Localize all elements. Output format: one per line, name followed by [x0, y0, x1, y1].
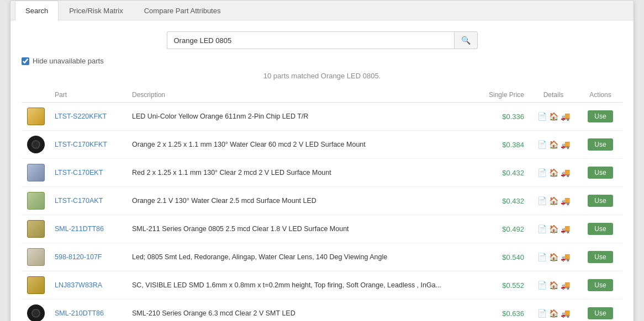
house-icon[interactable]: 🏠 [549, 253, 558, 261]
part-description: SML-210 Series Orange 6.3 mcd Clear 2 V … [128, 299, 473, 322]
hide-unavailable-checkbox[interactable] [22, 57, 29, 65]
truck-icon[interactable]: 🚚 [561, 196, 570, 205]
part-details: 📄 🏠 🚚 [529, 187, 578, 215]
truck-icon[interactable]: 🚚 [561, 309, 570, 318]
part-details: 📄 🏠 🚚 [529, 131, 578, 159]
use-button[interactable]: Use [588, 307, 613, 319]
part-actions: Use [578, 103, 622, 131]
part-price: $0.336 [473, 103, 529, 131]
col-header-details: Details [529, 88, 578, 103]
use-button[interactable]: Use [588, 167, 613, 179]
use-button[interactable]: Use [588, 195, 613, 207]
part-description: Orange 2 x 1.25 x 1.1 mm 130° Water Clea… [128, 131, 473, 159]
part-number: LTST-S220KFKT [50, 103, 128, 131]
part-thumbnail [22, 243, 50, 271]
part-actions: Use [578, 299, 622, 322]
truck-icon[interactable]: 🚚 [561, 168, 570, 177]
part-price: $0.636 [473, 299, 529, 322]
part-thumbnail [22, 271, 50, 299]
part-details: 📄 🏠 🚚 [529, 159, 578, 187]
part-link[interactable]: LTST-C170KFKT [55, 141, 107, 148]
house-icon[interactable]: 🏠 [549, 196, 558, 205]
part-details: 📄 🏠 🚚 [529, 215, 578, 243]
table-row: SML-211DTT86 SML-211 Series Orange 0805 … [22, 215, 622, 243]
house-icon[interactable]: 🏠 [549, 112, 558, 121]
table-row: 598-8120-107F Led; 0805 Smt Led, Redoran… [22, 243, 622, 271]
part-actions: Use [578, 215, 622, 243]
part-thumbnail [22, 215, 50, 243]
part-link[interactable]: LTST-C170AKT [55, 197, 103, 205]
document-icon[interactable]: 📄 [537, 140, 547, 149]
use-button[interactable]: Use [588, 110, 613, 122]
part-description: LED Uni-Color Yellow Orange 611nm 2-Pin … [128, 103, 473, 131]
truck-icon[interactable]: 🚚 [561, 253, 570, 261]
detail-icons: 📄 🏠 🚚 [533, 168, 574, 177]
table-row: LTST-C170EKT Red 2 x 1.25 x 1.1 mm 130° … [22, 159, 622, 187]
part-number: 598-8120-107F [50, 243, 128, 271]
part-details: 📄 🏠 🚚 [529, 243, 578, 271]
tab-search[interactable]: Search [15, 1, 59, 20]
truck-icon[interactable]: 🚚 [561, 281, 570, 290]
document-icon[interactable]: 📄 [537, 196, 547, 205]
document-icon[interactable]: 📄 [537, 224, 547, 233]
part-price: $0.492 [473, 215, 529, 243]
part-details: 📄 🏠 🚚 [529, 299, 578, 322]
detail-icons: 📄 🏠 🚚 [533, 253, 574, 261]
house-icon[interactable]: 🏠 [549, 309, 558, 318]
part-description: Red 2 x 1.25 x 1.1 mm 130° Clear 2 mcd 2… [128, 159, 473, 187]
col-header-price: Single Price [473, 88, 529, 103]
use-button[interactable]: Use [588, 251, 613, 263]
part-number: SML-211DTT86 [50, 215, 128, 243]
main-window: Search Price/Risk Matrix Compare Part At… [10, 0, 634, 321]
part-description: Led; 0805 Smt Led, Redorange, Alingap, W… [128, 243, 473, 271]
part-number: SML-210DTT86 [50, 299, 128, 322]
table-row: LTST-S220KFKT LED Uni-Color Yellow Orang… [22, 103, 622, 131]
document-icon[interactable]: 📄 [537, 281, 547, 290]
tab-price-risk[interactable]: Price/Risk Matrix [59, 1, 134, 20]
part-link[interactable]: SML-211DTT86 [55, 225, 104, 233]
part-link[interactable]: LTST-C170EKT [55, 169, 103, 176]
part-actions: Use [578, 243, 622, 271]
part-price: $0.384 [473, 131, 529, 159]
table-row: LTST-C170AKT Orange 2.1 V 130° Water Cle… [22, 187, 622, 215]
use-button[interactable]: Use [588, 223, 613, 235]
search-button[interactable]: 🔍 [454, 31, 478, 49]
tab-compare[interactable]: Compare Part Attributes [134, 1, 231, 20]
part-link[interactable]: LTST-S220KFKT [55, 113, 107, 120]
hide-unavailable-row: Hide unavailable parts [22, 57, 622, 65]
detail-icons: 📄 🏠 🚚 [533, 309, 574, 318]
house-icon[interactable]: 🏠 [549, 140, 558, 149]
search-bar: 🔍 [22, 31, 622, 49]
house-icon[interactable]: 🏠 [549, 224, 558, 233]
part-link[interactable]: LNJ837W83RA [55, 281, 102, 289]
part-link[interactable]: SML-210DTT86 [55, 309, 104, 317]
part-number: LTST-C170AKT [50, 187, 128, 215]
use-button[interactable]: Use [588, 279, 613, 291]
col-header-description: Description [128, 88, 473, 103]
part-link[interactable]: 598-8120-107F [55, 253, 102, 261]
col-header-thumb [22, 88, 50, 103]
search-input[interactable] [167, 31, 454, 49]
house-icon[interactable]: 🏠 [549, 168, 558, 177]
parts-table: Part Description Single Price Details Ac… [22, 88, 622, 321]
document-icon[interactable]: 📄 [537, 168, 547, 177]
document-icon[interactable]: 📄 [537, 253, 547, 261]
detail-icons: 📄 🏠 🚚 [533, 224, 574, 233]
part-thumbnail [22, 103, 50, 131]
part-description: SC, VISIBLE LED SMD 1.6mm x 0.8mm x t=0.… [128, 271, 473, 299]
document-icon[interactable]: 📄 [537, 309, 547, 318]
document-icon[interactable]: 📄 [537, 112, 547, 121]
truck-icon[interactable]: 🚚 [561, 140, 570, 149]
hide-unavailable-label: Hide unavailable parts [33, 57, 104, 65]
truck-icon[interactable]: 🚚 [561, 224, 570, 233]
detail-icons: 📄 🏠 🚚 [533, 196, 574, 205]
part-price: $0.540 [473, 243, 529, 271]
part-actions: Use [578, 187, 622, 215]
house-icon[interactable]: 🏠 [549, 281, 558, 290]
truck-icon[interactable]: 🚚 [561, 112, 570, 121]
part-details: 📄 🏠 🚚 [529, 103, 578, 131]
table-row: LTST-C170KFKT Orange 2 x 1.25 x 1.1 mm 1… [22, 131, 622, 159]
use-button[interactable]: Use [588, 138, 613, 151]
part-number: LTST-C170KFKT [50, 131, 128, 159]
part-number: LNJ837W83RA [50, 271, 128, 299]
